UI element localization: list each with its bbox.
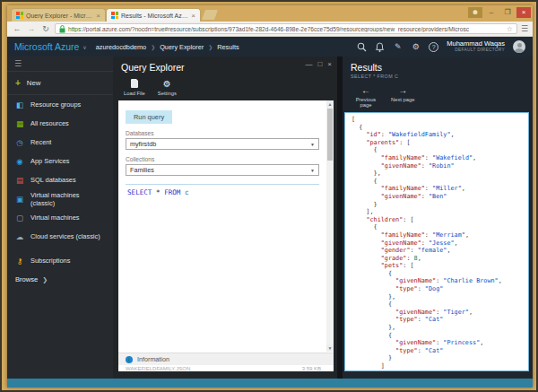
sidebar-item-sql-databases[interactable]: ▤SQL databases <box>7 170 113 189</box>
query-scrollbar[interactable]: ▲ ▼ <box>326 100 334 352</box>
sidebar-item-all-resources[interactable]: ▦All resources <box>7 114 113 133</box>
info-label: Information <box>137 355 169 363</box>
sidebar-item-recent[interactable]: ◷Recent <box>7 133 113 152</box>
databases-label: Databases <box>126 130 319 136</box>
settings-label: Settings <box>158 91 177 96</box>
browser-tab-query-explorer[interactable]: Query Explorer - Microsof × <box>11 8 106 22</box>
breadcrumb-results[interactable]: Results <box>217 43 239 51</box>
results-title: Results <box>351 62 525 73</box>
avatar[interactable] <box>513 40 525 53</box>
databases-value: myfirstdb <box>130 140 156 148</box>
sidebar-item-label: Virtual machines (classic) <box>30 191 105 207</box>
url-path: ://portal.azure.com/?nocdn=true#resource… <box>81 26 469 32</box>
azure-brand[interactable]: Microsoft Azure <box>14 41 79 52</box>
scrollbar-thumb[interactable] <box>327 109 333 161</box>
load-file-label: Load File <box>124 91 145 96</box>
run-query-button[interactable]: Run query <box>126 110 172 124</box>
breadcrumb-query-explorer[interactable]: Query Explorer <box>160 43 204 51</box>
cloud-services-classic-icon: ☁ <box>15 232 24 241</box>
blade-close-icon[interactable]: × <box>327 60 332 68</box>
collections-select[interactable]: Families ▼ <box>126 164 319 176</box>
user-directory: DEFAULT DIRECTORY <box>447 48 505 52</box>
settings-gear-icon[interactable]: ⚙ <box>411 42 421 52</box>
blade-maximize-icon[interactable]: □ <box>317 60 322 68</box>
databases-select[interactable]: myfirstdb ▼ <box>126 138 319 150</box>
scroll-down-icon[interactable]: ▼ <box>326 344 334 352</box>
user-info[interactable]: Muhammad Waqas DEFAULT DIRECTORY <box>447 40 505 53</box>
sidebar-item-resource-groups[interactable]: ◧Resource groups <box>7 95 113 114</box>
bookmark-star-icon[interactable]: ☆ <box>507 25 513 33</box>
microsoft-logo-icon <box>111 12 118 19</box>
sidebar-item-label: Virtual machines <box>30 213 80 222</box>
breadcrumb: azuredocdbdemo ❯ Query Explorer ❯ Result… <box>96 43 239 51</box>
refresh-button[interactable]: ↻ <box>40 24 51 33</box>
browser-tabstrip: Query Explorer - Microsof × Results - Mi… <box>7 5 533 22</box>
browser-tab-results[interactable]: Results - Microsoft Azure × <box>106 8 201 22</box>
plus-icon: + <box>15 78 21 88</box>
tab-title: Results - Microsoft Azure <box>121 13 188 19</box>
info-bar[interactable]: i Information <box>118 353 334 365</box>
help-icon[interactable]: ? <box>429 42 438 52</box>
scroll-up-icon[interactable]: ▲ <box>326 100 334 108</box>
clipped-footer-row: WAKEFIELDFAMILY.JSON 3.59 KB <box>118 365 334 371</box>
sidebar-item-virtual-machines-classic[interactable]: ▣Virtual machines (classic) <box>7 189 113 208</box>
sidebar-item-virtual-machines[interactable]: ▢Virtual machines <box>7 208 113 227</box>
breadcrumb-separator-icon: ❯ <box>208 44 213 50</box>
back-button[interactable]: ← <box>12 24 22 33</box>
sql-databases-icon: ▤ <box>15 176 24 185</box>
query-panel: Run query Databases myfirstdb ▼ Collecti… <box>118 100 334 371</box>
results-blade: Results SELECT * FROM c ← Previous page … <box>343 57 533 379</box>
recent-icon: ◷ <box>15 138 24 147</box>
hamburger-icon[interactable]: ☰ <box>7 57 113 72</box>
blade-minimize-icon[interactable]: — <box>305 60 312 68</box>
tab-close-icon[interactable]: × <box>96 12 100 20</box>
sidebar-item-subscriptions[interactable]: ⚷Subscriptions <box>7 251 113 270</box>
chevron-down-icon: ▼ <box>310 142 315 147</box>
window-maximize-button[interactable]: ❐ <box>500 7 515 18</box>
sidebar-item-cloud-services-classic[interactable]: ☁Cloud services (classic) <box>7 227 113 246</box>
window-close-button[interactable]: × <box>516 7 531 18</box>
sidebar-item-label: App Services <box>30 157 70 165</box>
edit-pencil-icon[interactable]: ✎ <box>393 42 403 52</box>
sidebar-item-label: Cloud services (classic) <box>30 232 100 240</box>
browser-menu-icon[interactable]: ☰ <box>521 24 528 33</box>
tab-title: Query Explorer - Microsof <box>26 13 93 19</box>
chevron-right-icon: ❯ <box>42 276 48 283</box>
window-minimize-button[interactable]: – <box>484 7 499 18</box>
sidebar-item-new[interactable]: + New <box>7 72 113 95</box>
notifications-bell-icon[interactable] <box>375 42 385 52</box>
previous-page-label: Previous page <box>353 97 378 108</box>
file-icon <box>129 78 140 89</box>
json-results: [ { "id": "WakefieldFamily", "parents": … <box>345 113 528 370</box>
screenshot-root: Query Explorer - Microsof × Results - Mi… <box>0 0 538 392</box>
sidebar-item-label: Resource groups <box>30 100 81 109</box>
sidebar-item-label: SQL databases <box>30 176 76 184</box>
load-file-button[interactable]: Load File <box>124 78 145 96</box>
address-bar[interactable]: https://portal.azure.com/?nocdn=true#res… <box>55 23 517 34</box>
forward-button[interactable]: → <box>26 24 37 33</box>
status-bar <box>7 379 533 388</box>
next-page-button[interactable]: → Next page <box>391 84 414 108</box>
search-icon[interactable] <box>357 42 367 52</box>
sidebar-item-app-services[interactable]: ◉App Services <box>7 152 113 170</box>
chevron-down-icon: ▼ <box>310 168 315 173</box>
new-tab-button[interactable] <box>202 10 218 20</box>
chevron-down-icon[interactable]: ∨ <box>82 44 86 50</box>
sidebar-browse[interactable]: Browse ❯ <box>7 270 113 289</box>
resource-groups-icon: ◧ <box>15 100 24 109</box>
tab-close-icon[interactable]: × <box>191 12 195 20</box>
previous-page-button[interactable]: ← Previous page <box>353 84 378 108</box>
query-explorer-blade: Query Explorer — □ × Load File <box>113 57 337 379</box>
microsoft-logo-icon <box>16 12 23 19</box>
profile-button[interactable]: ☻ <box>468 7 482 18</box>
breadcrumb-resource[interactable]: azuredocdbdemo <box>96 43 146 51</box>
virtual-machines-classic-icon: ▣ <box>15 195 24 204</box>
results-blade-header: Results SELECT * FROM c <box>343 57 533 79</box>
sql-query-editor[interactable]: SELECT * FROM c <box>126 184 319 200</box>
gear-icon: ⚙ <box>161 78 172 89</box>
url-text: https://portal.azure.com/?nocdn=true#res… <box>68 26 504 32</box>
settings-button[interactable]: ⚙ Settings <box>158 78 177 96</box>
info-icon: i <box>126 356 133 363</box>
virtual-machines-icon: ▢ <box>15 213 24 222</box>
results-panel[interactable]: [ { "id": "WakefieldFamily", "parents": … <box>344 112 529 371</box>
